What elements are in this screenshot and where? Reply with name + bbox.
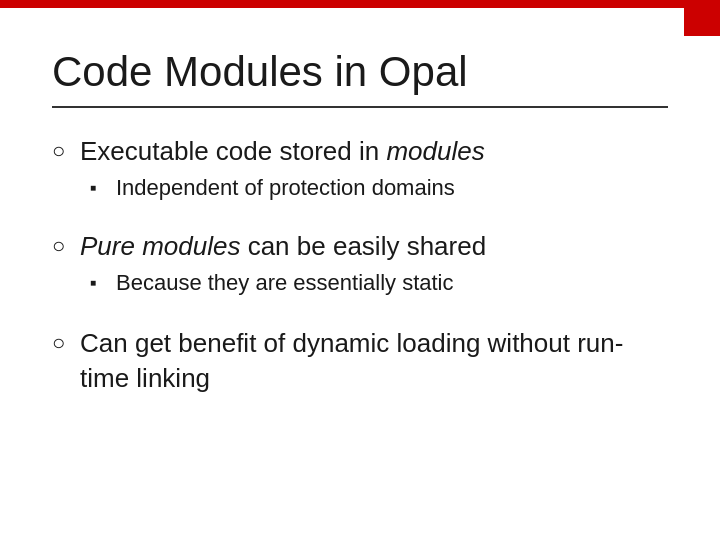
sub-list-1: Independent of protection domains <box>90 175 668 201</box>
bullet-marker-3: ○ <box>52 328 80 358</box>
list-item: ○ Executable code stored in modules Inde… <box>52 136 668 209</box>
sub-list-2: Because they are essentially static <box>90 270 668 296</box>
list-item: ○ Pure modules can be easily shared Beca… <box>52 231 668 304</box>
list-item: Because they are essentially static <box>90 270 668 296</box>
bullet-2-text: Pure modules can be easily shared Becaus… <box>80 231 668 304</box>
divider <box>52 106 668 108</box>
sub-marker-2-1 <box>90 277 116 288</box>
list-item: ○ Can get benefit of dynamic loading wit… <box>52 326 668 396</box>
sub-1-1-text: Independent of protection domains <box>116 175 455 201</box>
list-item: Independent of protection domains <box>90 175 668 201</box>
sub-marker-1-1 <box>90 182 116 193</box>
red-square <box>684 0 720 36</box>
bullet-3-text: Can get benefit of dynamic loading witho… <box>80 326 668 396</box>
red-bar <box>0 0 720 8</box>
bullet-2-text-after: can be easily shared <box>240 231 486 261</box>
page-title: Code Modules in Opal <box>52 48 668 96</box>
bullet-marker-2: ○ <box>52 233 80 259</box>
slide-content: Code Modules in Opal ○ Executable code s… <box>0 0 720 458</box>
bullet-1-text: Executable code stored in modules Indepe… <box>80 136 668 209</box>
bullet-2-italic: Pure modules <box>80 231 240 261</box>
bullet-1-text-italic: modules <box>386 136 484 166</box>
main-bullet-list: ○ Executable code stored in modules Inde… <box>52 136 668 396</box>
sub-2-1-text: Because they are essentially static <box>116 270 454 296</box>
bullet-marker-1: ○ <box>52 138 80 164</box>
bullet-1-text-before: Executable code stored in <box>80 136 386 166</box>
